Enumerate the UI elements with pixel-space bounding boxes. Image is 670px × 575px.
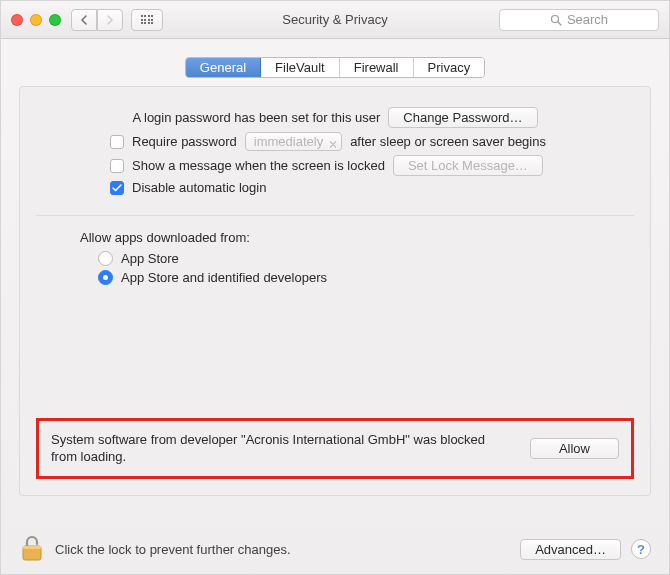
svg-rect-3 <box>23 546 41 549</box>
footer: Click the lock to prevent further change… <box>1 524 669 574</box>
require-password-label: Require password <box>132 134 237 149</box>
gatekeeper-label: Allow apps downloaded from: <box>36 230 634 245</box>
content-area: General FileVault Firewall Privacy A log… <box>1 39 669 496</box>
show-all-button[interactable] <box>131 9 163 31</box>
lock-text: Click the lock to prevent further change… <box>55 542 291 557</box>
change-password-button[interactable]: Change Password… <box>388 107 537 128</box>
svg-point-0 <box>551 15 558 22</box>
lock-icon[interactable] <box>19 534 45 564</box>
gatekeeper-identified-label: App Store and identified developers <box>121 270 327 285</box>
nav-buttons <box>71 9 123 31</box>
show-message-label: Show a message when the screen is locked <box>132 158 385 173</box>
set-lock-message-button[interactable]: Set Lock Message… <box>393 155 543 176</box>
require-password-after-label: after sleep or screen saver begins <box>350 134 546 149</box>
close-icon[interactable] <box>11 14 23 26</box>
preferences-window: Security & Privacy Search General FileVa… <box>0 0 670 575</box>
require-password-delay-select[interactable]: immediately <box>245 132 342 151</box>
grid-icon <box>141 15 154 24</box>
tab-general[interactable]: General <box>186 58 261 77</box>
tab-bar: General FileVault Firewall Privacy <box>19 57 651 78</box>
gatekeeper-appstore-radio[interactable] <box>98 251 113 266</box>
allow-button[interactable]: Allow <box>530 438 619 459</box>
tab-filevault[interactable]: FileVault <box>261 58 340 77</box>
svg-line-1 <box>558 22 561 25</box>
blocked-software-callout: System software from developer "Acronis … <box>36 418 634 479</box>
general-pane: A login password has been set for this u… <box>19 86 651 496</box>
zoom-icon[interactable] <box>49 14 61 26</box>
gatekeeper-appstore-label: App Store <box>121 251 179 266</box>
show-message-row: Show a message when the screen is locked… <box>110 155 634 176</box>
search-placeholder: Search <box>567 12 608 27</box>
disable-autologin-row: Disable automatic login <box>110 180 634 195</box>
require-password-checkbox[interactable] <box>110 135 124 149</box>
tab-privacy[interactable]: Privacy <box>414 58 485 77</box>
tab-firewall[interactable]: Firewall <box>340 58 414 77</box>
help-button[interactable]: ? <box>631 539 651 559</box>
forward-button[interactable] <box>97 9 123 31</box>
login-row: A login password has been set for this u… <box>36 107 634 128</box>
blocked-software-message: System software from developer "Acronis … <box>51 431 514 466</box>
login-password-set-label: A login password has been set for this u… <box>132 110 380 125</box>
show-message-checkbox[interactable] <box>110 159 124 173</box>
titlebar: Security & Privacy Search <box>1 1 669 39</box>
window-controls <box>11 14 61 26</box>
back-button[interactable] <box>71 9 97 31</box>
search-input[interactable]: Search <box>499 9 659 31</box>
gatekeeper-identified-radio[interactable] <box>98 270 113 285</box>
gatekeeper-appstore-row: App Store <box>98 251 634 266</box>
divider <box>36 215 634 216</box>
search-icon <box>550 14 562 26</box>
require-password-row: Require password immediately after sleep… <box>110 132 634 151</box>
gatekeeper-identified-row: App Store and identified developers <box>98 270 634 285</box>
disable-autologin-checkbox[interactable] <box>110 181 124 195</box>
minimize-icon[interactable] <box>30 14 42 26</box>
advanced-button[interactable]: Advanced… <box>520 539 621 560</box>
disable-autologin-label: Disable automatic login <box>132 180 266 195</box>
